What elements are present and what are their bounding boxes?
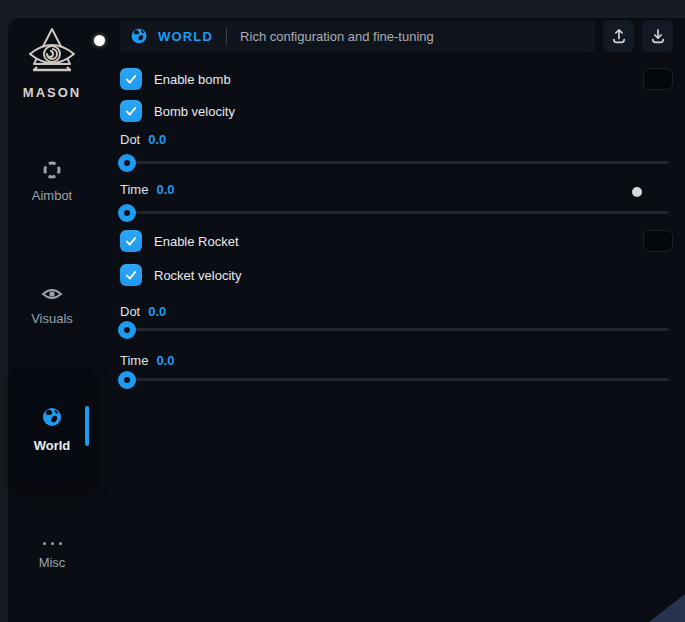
- slider-label-row: Dot 0.0: [120, 132, 166, 148]
- sidebar-item-label: Visuals: [8, 311, 96, 326]
- slider-label: Dot: [120, 304, 140, 320]
- main-panel: WORLD Rich configuration and fine-tuning: [120, 20, 673, 615]
- slider-label: Dot: [120, 132, 140, 148]
- background-corner-artifact: [649, 594, 685, 622]
- checkbox-label: Enable Rocket: [154, 234, 239, 249]
- checkbox-label: Enable bomb: [154, 72, 231, 87]
- sidebar-item-visuals[interactable]: Visuals: [8, 281, 96, 326]
- globe-icon: [41, 414, 63, 431]
- rocket-color-swatch[interactable]: [643, 230, 673, 252]
- checkbox-label: Rocket velocity: [154, 268, 241, 283]
- header-bar: WORLD Rich configuration and fine-tuning: [120, 20, 595, 52]
- slider-label-row: Dot 0.0: [120, 304, 166, 320]
- bomb-velocity-checkbox[interactable]: [120, 100, 142, 122]
- check-icon: [124, 104, 138, 118]
- slider-value: 0.0: [156, 353, 174, 369]
- cursor-dot: [94, 35, 105, 46]
- slider-handle[interactable]: [118, 154, 136, 172]
- check-icon: [124, 72, 138, 86]
- page-title: WORLD: [158, 29, 213, 44]
- sidebar-item-label: Aimbot: [8, 188, 96, 203]
- app-logo: MASON: [8, 26, 96, 100]
- eye-icon: [41, 285, 63, 305]
- download-icon: [650, 28, 666, 44]
- page-subtitle: Rich configuration and fine-tuning: [240, 29, 434, 44]
- checkbox-row: Enable Rocket: [120, 230, 673, 252]
- rocket-dot-slider[interactable]: [120, 328, 669, 331]
- slider-label-row: Time 0.0: [120, 353, 174, 369]
- slider-label: Time: [120, 353, 148, 369]
- upload-icon: [611, 28, 627, 44]
- sidebar-item-aimbot[interactable]: Aimbot: [8, 156, 96, 203]
- slider-label: Time: [120, 182, 148, 198]
- checkbox-label: Bomb velocity: [154, 104, 235, 119]
- active-tab-indicator: [85, 406, 89, 446]
- slider-handle[interactable]: [118, 321, 136, 339]
- crosshair-icon: [42, 160, 62, 180]
- checkbox-row: Bomb velocity: [120, 100, 673, 122]
- eye-in-triangle-icon: [25, 26, 79, 82]
- slider-handle[interactable]: [118, 204, 136, 222]
- page-header: WORLD Rich configuration and fine-tuning: [120, 20, 673, 52]
- bomb-time-slider[interactable]: [120, 211, 669, 214]
- check-icon: [124, 268, 138, 282]
- app-window: MASON Aimbot Visuals: [8, 18, 685, 622]
- bomb-color-swatch[interactable]: [643, 68, 673, 90]
- header-divider: [226, 28, 227, 45]
- checkbox-row: Enable bomb: [120, 68, 673, 90]
- rocket-time-slider[interactable]: [120, 378, 669, 381]
- bomb-dot-slider[interactable]: [120, 161, 669, 164]
- import-config-button[interactable]: [642, 20, 673, 52]
- ellipsis-icon: [8, 535, 96, 551]
- slider-value: 0.0: [156, 182, 174, 198]
- sidebar-item-label: Misc: [8, 555, 96, 570]
- sidebar-item-world[interactable]: World: [10, 366, 94, 487]
- slider-value: 0.0: [148, 132, 166, 148]
- slider-value: 0.0: [148, 304, 166, 320]
- slider-label-row: Time 0.0: [120, 182, 174, 198]
- enable-rocket-checkbox[interactable]: [120, 230, 142, 252]
- export-config-button[interactable]: [603, 20, 634, 52]
- brand-name: MASON: [8, 85, 96, 100]
- globe-icon: [130, 27, 148, 45]
- enable-bomb-checkbox[interactable]: [120, 68, 142, 90]
- sidebar-item-label: World: [10, 438, 94, 453]
- check-icon: [124, 234, 138, 248]
- rocket-velocity-checkbox[interactable]: [120, 264, 142, 286]
- slider-handle[interactable]: [118, 371, 136, 389]
- cursor-dot: [632, 187, 642, 197]
- sidebar-item-misc[interactable]: Misc: [8, 531, 96, 570]
- sidebar: MASON Aimbot Visuals: [8, 18, 96, 622]
- checkbox-row: Rocket velocity: [120, 264, 673, 286]
